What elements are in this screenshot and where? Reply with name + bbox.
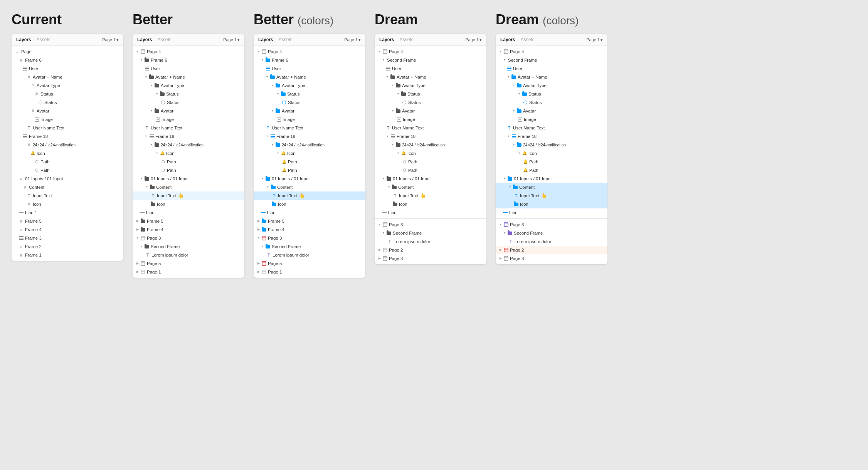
tree-item[interactable]: ▶ Frame 5: [254, 217, 365, 225]
tree-item[interactable]: ▾ Page 3: [375, 220, 486, 229]
tree-item[interactable]: T User Name Text: [12, 124, 123, 132]
tree-item[interactable]: Line: [375, 208, 486, 217]
tree-item[interactable]: ▾ 01 Inputs / 01 Input: [133, 175, 244, 183]
tree-item[interactable]: T Input Text: [12, 191, 123, 200]
tree-item[interactable]: ▾ Content: [133, 183, 244, 191]
tree-item[interactable]: ▶ Page 5: [254, 259, 365, 268]
tree-item[interactable]: User: [496, 64, 607, 73]
tree-item[interactable]: ▾ 🔔 Icon: [133, 149, 244, 158]
tree-item[interactable]: # Avatar + Name: [12, 73, 123, 81]
tree-item[interactable]: ⬡ Path: [133, 166, 244, 175]
tree-item[interactable]: # Page: [12, 47, 123, 56]
tree-item[interactable]: # Frame 6: [12, 56, 123, 64]
tree-item[interactable]: ▾ Status: [496, 90, 607, 98]
tree-item[interactable]: ▶ Frame 4: [254, 225, 365, 234]
tree-item[interactable]: ▶ Page 5: [133, 259, 244, 268]
tree-item[interactable]: # Frame 5: [12, 217, 123, 225]
tree-item-selected[interactable]: T Input Text 👆: [496, 191, 607, 200]
tree-item[interactable]: ▾ 24×24 / ic24-notification: [496, 141, 607, 149]
tree-item[interactable]: ▶ Page 3: [496, 254, 607, 263]
tree-item[interactable]: # Avatar Type: [12, 81, 123, 90]
tree-item[interactable]: ⛰ Image: [375, 115, 486, 124]
tree-item[interactable]: ▾ Status: [254, 90, 365, 98]
tree-item[interactable]: ▾ Avatar: [496, 107, 607, 115]
tree-item[interactable]: ▾ 🔔 Icon: [254, 149, 365, 158]
page-selector[interactable]: Page 1 ▾: [344, 37, 361, 42]
tree-item[interactable]: Icon: [254, 200, 365, 208]
tree-item[interactable]: ▶ Page 1: [133, 268, 244, 276]
tree-item[interactable]: T User Name Text: [375, 124, 486, 132]
tree-item[interactable]: ▾ 01 Inputs / 01 Input: [375, 175, 486, 183]
tree-item[interactable]: T User Name Text: [254, 124, 365, 132]
tab-assets[interactable]: Assets: [521, 37, 535, 42]
page-selector[interactable]: Page 1 ▾: [102, 37, 119, 42]
tree-item[interactable]: ⬡ Path: [12, 158, 123, 166]
tree-item[interactable]: ▾ Page 4: [496, 47, 607, 56]
tree-item[interactable]: T User Name Text: [496, 124, 607, 132]
tree-item[interactable]: Icon: [375, 200, 486, 208]
tree-item[interactable]: Status: [254, 98, 365, 107]
tree-item[interactable]: ▶ Page 2: [496, 246, 607, 254]
tree-item[interactable]: ▶ Page 3: [375, 254, 486, 263]
tree-item[interactable]: ▾ Avatar: [254, 107, 365, 115]
tree-item[interactable]: Icon: [496, 200, 607, 208]
tree-item[interactable]: ⛰ Image: [496, 115, 607, 124]
tree-item[interactable]: ▾ 24×24 / ic24-notification: [375, 141, 486, 149]
tree-item[interactable]: ▾ Page 3: [254, 234, 365, 242]
tree-item[interactable]: T Lorem ipsum dolor: [375, 237, 486, 246]
tree-item[interactable]: ▶ Frame 5: [133, 217, 244, 225]
tab-assets[interactable]: Assets: [37, 37, 50, 42]
tree-item[interactable]: ▾ Content: [254, 183, 365, 191]
tree-item[interactable]: ▶ Page 2: [375, 246, 486, 254]
tree-item[interactable]: ▾ Status: [375, 90, 486, 98]
tree-item[interactable]: ▾ Avatar + Name: [254, 73, 365, 81]
tree-item[interactable]: ▾ Avatar: [375, 107, 486, 115]
tab-assets[interactable]: Assets: [158, 37, 172, 42]
tree-item[interactable]: # 24×24 / ic24-notification: [12, 141, 123, 149]
tree-item[interactable]: # Content: [12, 183, 123, 191]
tree-item[interactable]: ▾ Page 4: [133, 47, 244, 56]
tree-item[interactable]: ⛰ Image: [12, 115, 123, 124]
tree-item[interactable]: Status: [496, 98, 607, 107]
page-selector[interactable]: Page 1 ▾: [465, 37, 482, 42]
tree-item[interactable]: ▾ Avatar Type: [133, 81, 244, 90]
tab-layers[interactable]: Layers: [258, 37, 273, 42]
tree-item[interactable]: Frame 18: [12, 132, 123, 141]
tree-item[interactable]: T Lorem ipsum dolor: [496, 237, 607, 246]
page-selector[interactable]: Page 1 ▾: [223, 37, 240, 42]
tree-item[interactable]: # Frame 1: [12, 251, 123, 259]
tree-item[interactable]: ▾ Frame 6: [254, 56, 365, 64]
tree-item[interactable]: # Frame 2: [12, 242, 123, 251]
tree-item[interactable]: ▾ Content: [375, 183, 486, 191]
tree-item[interactable]: ▾ Avatar + Name: [375, 73, 486, 81]
tree-item[interactable]: ⛰ Image: [133, 115, 244, 124]
tree-item[interactable]: 🔔 Path: [496, 166, 607, 175]
tree-item[interactable]: ▾ Frame 18: [496, 132, 607, 141]
tree-item[interactable]: Icon: [133, 200, 244, 208]
tab-layers[interactable]: Layers: [500, 37, 515, 42]
page-selector[interactable]: Page 1 ▾: [586, 37, 603, 42]
tree-item[interactable]: User: [254, 64, 365, 73]
tree-item[interactable]: T Input Text 👆: [375, 191, 486, 200]
tree-item[interactable]: Status: [375, 98, 486, 107]
tab-assets[interactable]: Assets: [400, 37, 414, 42]
tree-item[interactable]: ⬡ Path: [12, 166, 123, 175]
tree-item[interactable]: ▾ 🔔 Icon: [496, 149, 607, 158]
tree-item[interactable]: Line: [133, 208, 244, 217]
tree-item[interactable]: User: [12, 64, 123, 73]
tab-layers[interactable]: Layers: [16, 37, 31, 42]
tree-item[interactable]: User: [375, 64, 486, 73]
tree-item[interactable]: ▾ 01 Inputs / 01 Input: [254, 175, 365, 183]
tree-item[interactable]: ▾ Page 4: [254, 47, 365, 56]
tree-item[interactable]: ▾ Frame 18: [254, 132, 365, 141]
tree-item[interactable]: ▾ 🔔 Icon: [375, 149, 486, 158]
tab-layers[interactable]: Layers: [137, 37, 152, 42]
tree-item[interactable]: Line: [254, 208, 365, 217]
tree-item[interactable]: ⬡ Path: [375, 158, 486, 166]
tree-item[interactable]: ▾ Second Frame: [496, 56, 607, 64]
tab-assets[interactable]: Assets: [279, 37, 293, 42]
tree-item[interactable]: User: [133, 64, 244, 73]
tree-item[interactable]: 🔔 Path: [254, 166, 365, 175]
tree-item[interactable]: ▶ Page 1: [254, 268, 365, 276]
tree-item[interactable]: ▾ Avatar + Name: [496, 73, 607, 81]
